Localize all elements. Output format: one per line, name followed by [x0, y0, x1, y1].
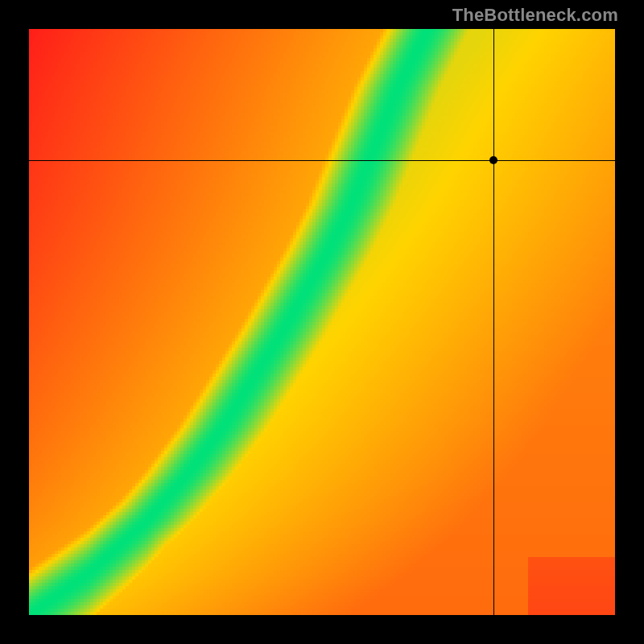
- chart-frame: TheBottleneck.com: [0, 0, 644, 644]
- watermark-text: TheBottleneck.com: [452, 5, 618, 26]
- plot-area: [29, 29, 615, 615]
- heatmap-canvas: [29, 29, 615, 615]
